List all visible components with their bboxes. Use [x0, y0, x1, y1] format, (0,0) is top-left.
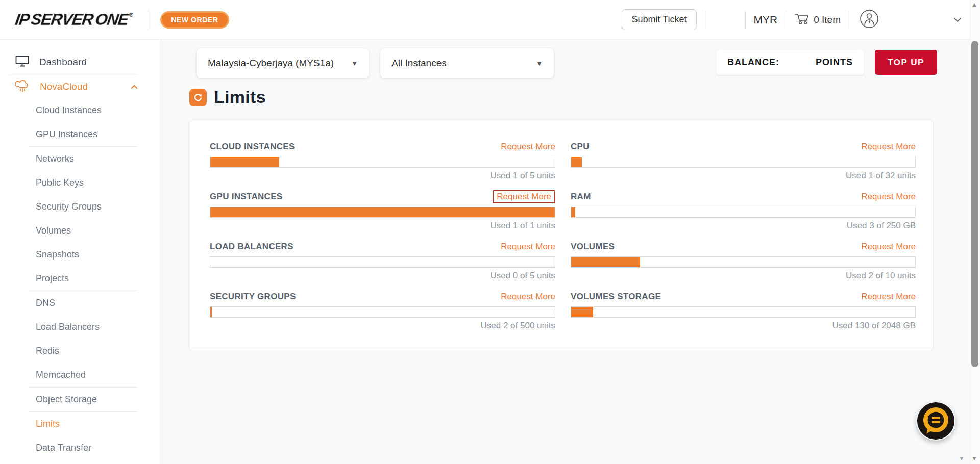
limit-label: SECURITY GROUPS: [210, 292, 296, 302]
submit-ticket-button[interactable]: Submit Ticket: [622, 9, 696, 30]
sidebar-nav: Dashboard NovaCloud Cloud Instances GPU …: [0, 40, 161, 464]
limit-label: CLOUD INSTANCES: [210, 142, 295, 152]
limit-cell-security-groups: SECURITY GROUPS Request More Used 2 of 5…: [210, 291, 555, 331]
progress-fill: [210, 157, 279, 167]
ipserverone-logo[interactable]: IP SERVER ONE ®: [15, 11, 133, 29]
sidebar-item-redis[interactable]: Redis: [0, 339, 161, 363]
limit-label: CPU: [571, 142, 590, 152]
progress-track: [210, 256, 555, 268]
balance-box: BALANCE: POINTS: [716, 50, 864, 75]
sidebar-item-networks[interactable]: Networks: [0, 147, 161, 171]
sidebar-item-load-balancers[interactable]: Load Balancers: [0, 315, 161, 339]
sidebar-item-object-storage[interactable]: Object Storage: [0, 388, 161, 411]
sidebar-item-limits[interactable]: Limits: [0, 412, 161, 436]
limit-cell-volumes: VOLUMES Request More Used 2 of 10 units: [571, 241, 916, 281]
progress-fill: [210, 307, 212, 317]
novacloud-cloud-icon: [15, 79, 30, 94]
sidebar-item-label: Limits: [36, 419, 60, 429]
usage-text: Used 0 of 5 units: [210, 271, 555, 281]
cart-button[interactable]: 0 Item: [794, 12, 841, 28]
profile-icon: [860, 9, 879, 31]
limit-label: VOLUMES STORAGE: [571, 292, 661, 302]
request-more-link[interactable]: Request More: [861, 242, 916, 252]
sidebar-item-cloud-instances[interactable]: Cloud Instances: [0, 98, 161, 122]
request-more-link-highlighted[interactable]: Request More: [493, 190, 555, 203]
dashboard-icon: [15, 55, 29, 69]
usage-text: Used 1 of 32 units: [571, 171, 916, 181]
sidebar-item-label: Object Storage: [36, 394, 97, 405]
caret-down-icon: ▼: [351, 60, 358, 67]
limit-cell-gpu-instances: GPU INSTANCES Request More Used 1 of 1 u…: [210, 191, 555, 231]
cart-icon: [794, 12, 810, 28]
chevron-down-icon[interactable]: [953, 15, 962, 24]
usage-text: Used 130 of 2048 GB: [571, 321, 916, 331]
sidebar-item-label: DNS: [36, 298, 55, 308]
sidebar-item-snapshots[interactable]: Snapshots: [0, 243, 161, 267]
cart-count: 0 Item: [814, 14, 841, 25]
sidebar-item-data-transfer[interactable]: Data Transfer: [0, 436, 161, 460]
request-more-link[interactable]: Request More: [861, 192, 916, 202]
progress-fill: [571, 257, 640, 267]
request-more-link[interactable]: Request More: [501, 292, 555, 302]
request-more-link[interactable]: Request More: [861, 142, 916, 152]
progress-track: [210, 157, 555, 168]
request-more-link[interactable]: Request More: [501, 142, 555, 152]
sidebar-item-label: Load Balancers: [36, 322, 100, 332]
caret-down-icon: ▼: [536, 60, 543, 67]
request-more-link[interactable]: Request More: [861, 292, 916, 302]
request-more-link[interactable]: Request More: [501, 242, 555, 252]
header-divider: [786, 11, 786, 29]
sidebar-item-label: GPU Instances: [36, 129, 97, 140]
usage-text: Used 1 of 1 units: [210, 221, 555, 231]
profile-menu-button[interactable]: [860, 9, 879, 31]
sidebar-item-public-keys[interactable]: Public Keys: [0, 171, 161, 195]
scroll-down-icon[interactable]: ▼: [959, 455, 965, 462]
page-title: Limits: [214, 87, 266, 107]
logo-registered-mark: ®: [129, 12, 133, 18]
progress-track: [571, 306, 916, 318]
sidebar-item-label: Data Transfer: [36, 443, 91, 453]
limit-cell-ram: RAM Request More Used 3 of 250 GB: [571, 191, 916, 231]
main-content: Malaysia-Cyberjaya (MYS1a) ▼ All Instanc…: [162, 40, 970, 464]
sidebar-item-gpu-instances[interactable]: GPU Instances: [0, 122, 161, 146]
progress-fill: [571, 207, 575, 217]
sidebar-item-label: Networks: [36, 153, 74, 164]
sidebar-item-memcached[interactable]: Memcached: [0, 363, 161, 387]
balance-points-label: POINTS: [816, 57, 853, 68]
scroll-up-icon[interactable]: ▲: [971, 1, 977, 8]
progress-fill: [571, 307, 593, 317]
sidebar-item-label: Public Keys: [36, 177, 84, 188]
limits-refresh-icon: [189, 89, 207, 106]
usage-text: Used 2 of 500 units: [210, 321, 555, 331]
new-order-button[interactable]: NEW ORDER: [160, 11, 229, 29]
sidebar-item-label: Volumes: [36, 225, 71, 236]
sidebar-item-dns[interactable]: DNS: [0, 291, 161, 315]
progress-track: [571, 157, 916, 168]
progress-track: [210, 207, 555, 218]
page-scrollbar-thumb[interactable]: [971, 41, 978, 367]
sidebar-item-projects[interactable]: Projects: [0, 267, 161, 291]
region-dropdown[interactable]: Malaysia-Cyberjaya (MYS1a) ▼: [197, 48, 369, 78]
sidebar-item-volumes[interactable]: Volumes: [0, 219, 161, 243]
limit-label: RAM: [571, 192, 591, 202]
usage-text: Used 2 of 10 units: [571, 271, 916, 281]
sidebar-item-novacloud[interactable]: NovaCloud: [0, 74, 161, 98]
progress-track: [571, 207, 916, 218]
currency-label[interactable]: MYR: [754, 14, 778, 26]
instances-dropdown[interactable]: All Instances ▼: [380, 48, 554, 78]
usage-text: Used 3 of 250 GB: [571, 221, 916, 231]
top-up-button[interactable]: TOP UP: [875, 50, 937, 75]
scroll-down-icon[interactable]: ▼: [971, 455, 977, 462]
chat-widget-button[interactable]: [916, 401, 955, 441]
sidebar-item-label: NovaCloud: [40, 81, 88, 92]
top-header: IP SERVER ONE ® NEW ORDER Submit Ticket …: [0, 0, 970, 40]
sidebar-item-label: Redis: [36, 346, 59, 356]
limit-cell-cloud-instances: CLOUD INSTANCES Request More Used 1 of 5…: [210, 141, 555, 181]
limit-cell-cpu: CPU Request More Used 1 of 32 units: [571, 141, 916, 181]
progress-fill: [571, 157, 582, 167]
limit-label: VOLUMES: [571, 242, 615, 252]
header-divider: [706, 11, 706, 29]
usage-text: Used 1 of 5 units: [210, 171, 555, 181]
sidebar-item-dashboard[interactable]: Dashboard: [0, 50, 161, 74]
sidebar-item-security-groups[interactable]: Security Groups: [0, 195, 161, 219]
